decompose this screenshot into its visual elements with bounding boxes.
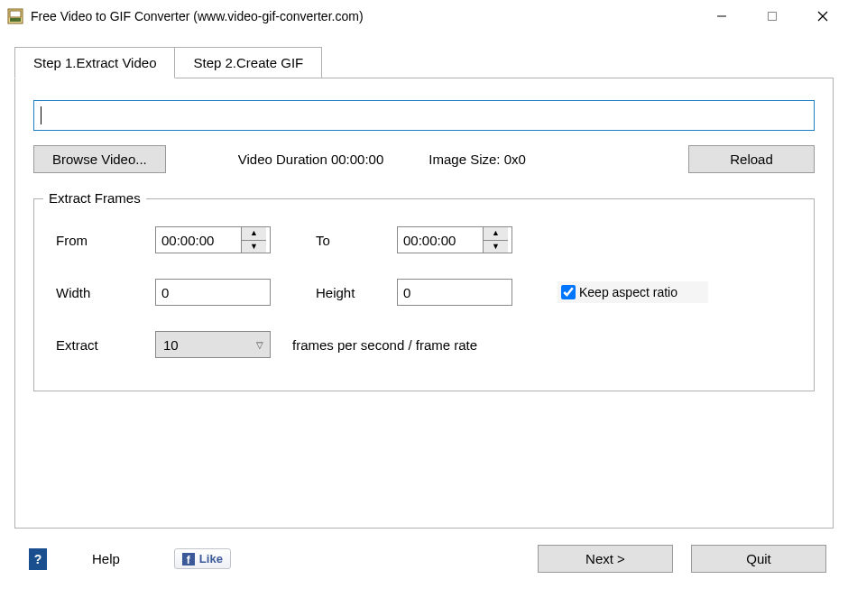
from-time-input[interactable]: ▲ ▼ (155, 226, 271, 253)
next-button[interactable]: Next > (538, 545, 673, 573)
video-duration-label: Video Duration 00:00:00 (238, 152, 384, 167)
svg-rect-1 (10, 11, 21, 17)
fps-suffix-label: frames per second / frame rate (292, 337, 477, 353)
from-spin-up[interactable]: ▲ (242, 227, 266, 241)
extract-frames-legend: Extract Frames (43, 190, 146, 206)
width-input[interactable] (155, 279, 271, 306)
facebook-icon: f (182, 553, 195, 565)
keep-aspect-checkbox[interactable]: Keep aspect ratio (558, 281, 708, 303)
from-spin-down[interactable]: ▼ (242, 241, 266, 253)
tab-step2[interactable]: Step 2.Create GIF (175, 47, 322, 78)
app-icon (7, 8, 23, 24)
help-icon[interactable]: ? (29, 548, 47, 570)
svg-rect-2 (10, 18, 21, 22)
height-input[interactable] (397, 279, 512, 306)
from-time-field[interactable] (156, 227, 241, 253)
image-size-label: Image Size: 0x0 (429, 152, 526, 167)
to-time-field[interactable] (398, 227, 483, 253)
extract-label: Extract (56, 337, 155, 353)
close-button[interactable] (797, 0, 848, 32)
from-label: From (56, 233, 155, 248)
tab-panel-step1: Browse Video... Video Duration 00:00:00 … (14, 78, 834, 529)
browse-video-button[interactable]: Browse Video... (33, 145, 166, 173)
help-link[interactable]: Help (92, 551, 120, 566)
fps-select[interactable] (155, 331, 271, 358)
tabs: Step 1.Extract Video Step 2.Create GIF (14, 47, 834, 78)
keep-aspect-label: Keep aspect ratio (579, 285, 677, 299)
quit-button[interactable]: Quit (691, 545, 826, 573)
height-label: Height (316, 285, 397, 300)
keep-aspect-input[interactable] (561, 285, 576, 299)
to-label: To (316, 233, 397, 248)
maximize-button[interactable] (747, 0, 797, 32)
tab-step1[interactable]: Step 1.Extract Video (14, 47, 175, 78)
titlebar: Free Video to GIF Converter (www.video-g… (0, 0, 848, 32)
extract-frames-group: Extract Frames From ▲ ▼ To ▲ ▼ (33, 198, 815, 391)
svg-rect-4 (769, 13, 777, 21)
reload-button[interactable]: Reload (688, 145, 815, 173)
to-time-input[interactable]: ▲ ▼ (397, 226, 512, 253)
like-label: Like (199, 552, 223, 565)
to-spin-down[interactable]: ▼ (484, 241, 508, 253)
minimize-button[interactable] (696, 0, 747, 32)
to-spin-up[interactable]: ▲ (484, 227, 508, 241)
width-label: Width (56, 285, 155, 300)
footer: ? Help f Like Next > Quit (0, 529, 848, 589)
window-title: Free Video to GIF Converter (www.video-g… (31, 9, 696, 23)
video-path-input[interactable] (33, 100, 815, 131)
facebook-like-button[interactable]: f Like (174, 548, 231, 569)
